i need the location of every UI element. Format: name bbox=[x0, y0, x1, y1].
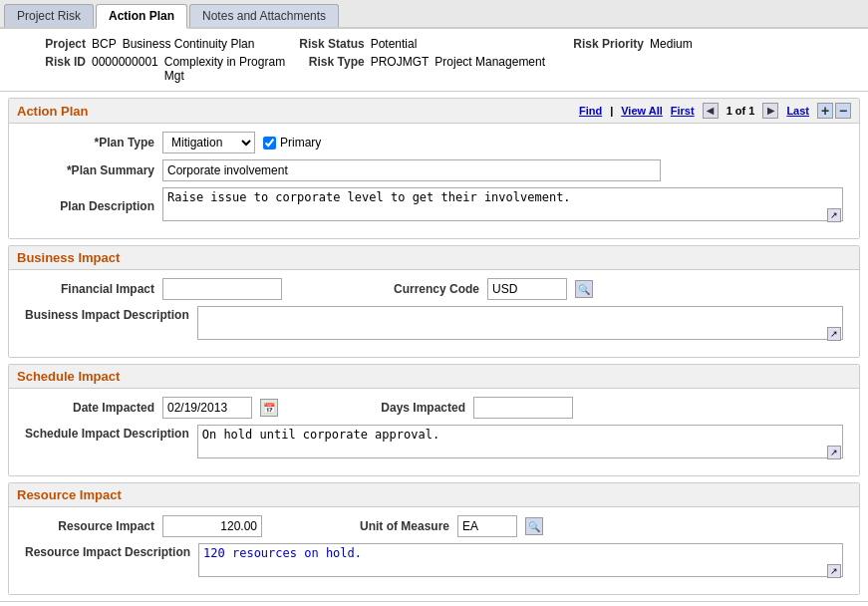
nav-next-icon[interactable]: ▶ bbox=[762, 103, 778, 119]
financial-impact-row: Financial Impact Currency Code 🔍 bbox=[25, 278, 843, 300]
plan-summary-value bbox=[162, 159, 843, 181]
risk-status-info: Risk Status Potential bbox=[295, 37, 574, 51]
risk-priority-label: Risk Priority bbox=[573, 37, 644, 51]
action-plan-header-right: Find | View All First ◀ 1 of 1 ▶ Last + … bbox=[579, 103, 851, 119]
risk-priority-value: Medium bbox=[650, 37, 693, 51]
plan-description-input[interactable]: Raise issue to corporate level to get th… bbox=[162, 187, 843, 221]
primary-label: Primary bbox=[280, 136, 321, 150]
header-info: Project BCP Business Continuity Plan Ris… bbox=[0, 29, 868, 92]
business-impact-header: Business Impact bbox=[9, 246, 859, 270]
tab-notes-attachments[interactable]: Notes and Attachments bbox=[189, 4, 339, 27]
tab-notes-attachments-label: Notes and Attachments bbox=[202, 9, 326, 23]
resource-impact-row: Resource Impact Unit of Measure 🔍 bbox=[25, 515, 843, 537]
plan-type-row: *Plan Type Mitigation Avoidance Acceptan… bbox=[25, 132, 843, 153]
action-plan-title: Action Plan bbox=[17, 104, 89, 119]
resource-impact-header: Resource Impact bbox=[9, 483, 859, 507]
plan-type-select[interactable]: Mitigation Avoidance Acceptance Transfer bbox=[162, 132, 255, 153]
unit-lookup-icon[interactable]: 🔍 bbox=[525, 517, 543, 535]
nav-last[interactable]: Last bbox=[786, 105, 809, 117]
view-all-link[interactable]: View All bbox=[621, 105, 663, 117]
add-remove-buttons: + − bbox=[817, 103, 851, 119]
risk-status-value: Potential bbox=[371, 37, 418, 51]
risk-id-info: Risk ID 0000000001 Complexity in Program… bbox=[16, 55, 295, 83]
resource-impact-body: Resource Impact Unit of Measure 🔍 Resour… bbox=[9, 507, 859, 594]
plan-summary-label: *Plan Summary bbox=[25, 163, 154, 177]
find-link[interactable]: Find bbox=[579, 105, 602, 117]
resource-impact-label: Resource Impact bbox=[25, 519, 154, 533]
risk-desc: Complexity in Program Mgt bbox=[164, 55, 295, 83]
nav-page: 1 of 1 bbox=[726, 105, 755, 117]
date-impacted-value: 📅 Days Impacted bbox=[162, 397, 843, 419]
business-impact-desc-input[interactable] bbox=[197, 306, 843, 340]
currency-code-label: Currency Code bbox=[350, 282, 479, 296]
tab-project-risk-label: Project Risk bbox=[17, 9, 81, 23]
schedule-impact-body: Date Impacted 📅 Days Impacted Schedule I… bbox=[9, 389, 859, 475]
footer: Created By Kenneth Schumacher Last Updat… bbox=[0, 601, 868, 606]
risk-status-label: Risk Status bbox=[295, 37, 365, 51]
separator: | bbox=[610, 105, 613, 117]
business-impact-section: Business Impact Financial Impact Currenc… bbox=[8, 245, 860, 358]
action-plan-section: Action Plan Find | View All First ◀ 1 of… bbox=[8, 98, 860, 239]
project-code: BCP bbox=[92, 37, 117, 51]
resource-impact-title: Resource Impact bbox=[17, 487, 122, 502]
tab-project-risk[interactable]: Project Risk bbox=[4, 4, 94, 27]
plan-type-label: *Plan Type bbox=[25, 136, 154, 150]
risk-id-value: 0000000001 bbox=[92, 55, 158, 69]
currency-lookup-icon[interactable]: 🔍 bbox=[575, 280, 593, 298]
schedule-impact-desc-label: Schedule Impact Description bbox=[25, 425, 189, 441]
risk-type-code: PROJMGT bbox=[371, 55, 430, 69]
resource-impact-section: Resource Impact Resource Impact Unit of … bbox=[8, 482, 860, 595]
main-content: Action Plan Find | View All First ◀ 1 of… bbox=[0, 98, 868, 595]
tab-action-plan[interactable]: Action Plan bbox=[96, 4, 187, 29]
project-name: Business Continuity Plan bbox=[123, 37, 255, 51]
business-impact-desc-container: ↗ bbox=[197, 306, 843, 343]
expand-plan-description-icon[interactable]: ↗ bbox=[827, 208, 841, 222]
plan-summary-row: *Plan Summary bbox=[25, 159, 843, 181]
financial-impact-input[interactable] bbox=[162, 278, 282, 300]
plan-description-row: Plan Description Raise issue to corporat… bbox=[25, 187, 843, 224]
unit-of-measure-label: Unit of Measure bbox=[320, 519, 449, 533]
date-impacted-input[interactable] bbox=[162, 397, 252, 419]
schedule-impact-desc-container: On hold until corporate approval. ↗ bbox=[197, 425, 843, 461]
risk-priority-info: Risk Priority Medium bbox=[573, 37, 852, 51]
expand-resource-impact-icon[interactable]: ↗ bbox=[827, 564, 841, 578]
business-impact-desc-row: Business Impact Description ↗ bbox=[25, 306, 843, 343]
schedule-impact-header: Schedule Impact bbox=[9, 365, 859, 389]
schedule-impact-title: Schedule Impact bbox=[17, 369, 120, 384]
financial-impact-label: Financial Impact bbox=[25, 282, 154, 296]
action-plan-header: Action Plan Find | View All First ◀ 1 of… bbox=[9, 99, 859, 124]
expand-business-impact-icon[interactable]: ↗ bbox=[827, 327, 841, 341]
resource-impact-desc-container: 120 resources on hold. ↗ bbox=[198, 543, 843, 580]
resource-impact-desc-row: Resource Impact Description 120 resource… bbox=[25, 543, 843, 580]
primary-checkbox-row: Primary bbox=[263, 136, 321, 150]
date-impacted-row: Date Impacted 📅 Days Impacted bbox=[25, 397, 843, 419]
currency-code-input[interactable] bbox=[487, 278, 567, 300]
business-impact-title: Business Impact bbox=[17, 250, 120, 265]
risk-type-label: Risk Type bbox=[295, 55, 365, 69]
plan-description-label: Plan Description bbox=[25, 199, 154, 213]
primary-checkbox[interactable] bbox=[263, 137, 276, 150]
days-impacted-input[interactable] bbox=[473, 397, 573, 419]
schedule-impact-desc-row: Schedule Impact Description On hold unti… bbox=[25, 425, 843, 461]
risk-type-placeholder bbox=[573, 55, 852, 83]
plan-type-value: Mitigation Avoidance Acceptance Transfer… bbox=[162, 132, 843, 153]
action-plan-body: *Plan Type Mitigation Avoidance Acceptan… bbox=[9, 124, 859, 238]
unit-of-measure-input[interactable] bbox=[457, 515, 517, 537]
nav-first[interactable]: First bbox=[671, 105, 695, 117]
risk-type-name: Project Management bbox=[434, 55, 545, 69]
schedule-impact-desc-input[interactable]: On hold until corporate approval. bbox=[197, 425, 843, 458]
resource-impact-input[interactable] bbox=[162, 515, 262, 537]
risk-type-info: Risk Type PROJMGT Project Management bbox=[295, 55, 574, 83]
resource-impact-desc-input[interactable]: 120 resources on hold. bbox=[198, 543, 843, 577]
business-impact-body: Financial Impact Currency Code 🔍 Busines… bbox=[9, 270, 859, 357]
plan-summary-input[interactable] bbox=[162, 159, 661, 181]
remove-button[interactable]: − bbox=[835, 103, 851, 119]
add-button[interactable]: + bbox=[817, 103, 833, 119]
date-impacted-label: Date Impacted bbox=[25, 401, 154, 415]
expand-schedule-impact-icon[interactable]: ↗ bbox=[827, 446, 841, 459]
nav-prev-icon[interactable]: ◀ bbox=[703, 103, 719, 119]
plan-description-container: Raise issue to corporate level to get th… bbox=[162, 187, 843, 224]
schedule-impact-section: Schedule Impact Date Impacted 📅 Days Imp… bbox=[8, 364, 860, 476]
calendar-icon[interactable]: 📅 bbox=[260, 399, 278, 417]
days-impacted-label: Days Impacted bbox=[336, 401, 465, 415]
